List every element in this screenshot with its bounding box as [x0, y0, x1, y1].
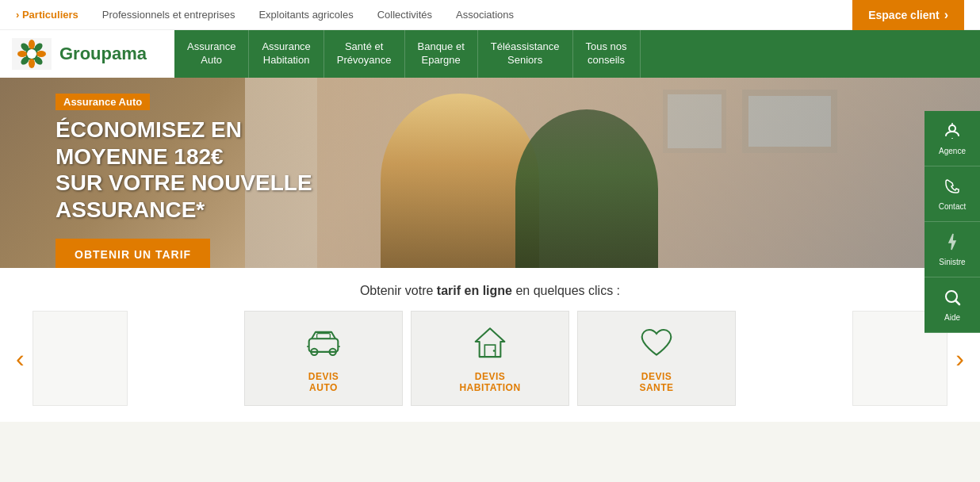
carousel-prev-button[interactable]: ‹ [8, 346, 33, 371]
main-navigation: Groupama Assurance Auto Assurance Habita… [0, 30, 980, 78]
side-panel: Agence Contact Sinistre Aide [924, 111, 980, 333]
hero-cta-button[interactable]: OBTENIR UN TARIF [56, 239, 210, 268]
carousel-item-habitation[interactable]: DEVIS HABITATION [411, 311, 569, 406]
agence-label: Agence [939, 147, 966, 155]
espace-client-button[interactable]: Espace client [852, 0, 964, 30]
nav-teleassistance[interactable]: Téléassistance Seniors [478, 30, 573, 78]
quote-title-bold: tarif en ligne [437, 284, 512, 297]
hero-banner: Assurance Auto ÉCONOMISEZ EN MOYENNE 182… [0, 78, 980, 268]
house-icon [470, 323, 510, 363]
hero-title: ÉCONOMISEZ EN MOYENNE 182€ SUR VOTRE NOU… [56, 117, 357, 223]
contact-icon [943, 177, 962, 199]
sinistre-icon [943, 232, 962, 254]
side-agence-button[interactable]: Agence [924, 111, 980, 166]
quote-title: Obtenir votre tarif en ligne en quelques… [0, 284, 980, 298]
hero-content: Assurance Auto ÉCONOMISEZ EN MOYENNE 182… [56, 94, 357, 268]
aide-label: Aide [944, 313, 960, 322]
contact-label: Contact [939, 202, 966, 211]
logo-text: Groupama [59, 44, 147, 64]
carousel-item-auto-label: DEVIS AUTO [308, 371, 339, 393]
aide-icon [943, 288, 962, 310]
nav-collectivites[interactable]: Collectivités [377, 9, 432, 21]
nav-assurance-auto[interactable]: Assurance Auto [174, 30, 249, 78]
svg-rect-14 [309, 339, 339, 352]
side-contact-button[interactable]: Contact [924, 166, 980, 222]
nav-particuliers[interactable]: Particuliers [16, 9, 78, 21]
quote-section: Obtenir votre tarif en ligne en quelques… [0, 268, 980, 422]
groupama-logo-icon [12, 38, 52, 70]
quote-title-prefix: Obtenir votre [360, 284, 437, 297]
carousel-items: DEVIS AUTO DEVIS HABITATION DEVIS SANTE [128, 311, 853, 406]
svg-point-21 [493, 350, 496, 352]
nav-associations[interactable]: Associations [456, 9, 514, 21]
carousel-ghost-left [33, 311, 128, 406]
quote-title-suffix: en quelques clics : [512, 284, 620, 297]
nav-sante-prevoyance[interactable]: Santé et Prévoyance [324, 30, 405, 78]
car-icon [304, 323, 343, 363]
nav-exploitants[interactable]: Exploitants agricoles [258, 9, 353, 21]
nav-banque-epargne[interactable]: Banque et Epargne [405, 30, 478, 78]
svg-point-8 [17, 51, 27, 57]
logo-area[interactable]: Groupama [0, 30, 174, 78]
carousel-item-sante-label: DEVIS SANTE [639, 371, 673, 393]
side-aide-button[interactable]: Aide [924, 277, 980, 333]
svg-point-4 [36, 51, 46, 57]
nav-assurance-habitation[interactable]: Assurance Habitation [249, 30, 323, 78]
hero-person-2 [515, 109, 658, 268]
carousel-next-button[interactable]: › [947, 346, 972, 371]
svg-point-2 [29, 40, 35, 49]
svg-point-10 [27, 49, 36, 59]
sinistre-label: Sinistre [939, 258, 965, 266]
carousel-item-habitation-label: DEVIS HABITATION [459, 371, 520, 393]
svg-point-6 [29, 59, 35, 68]
carousel-item-auto[interactable]: DEVIS AUTO [244, 311, 403, 406]
nav-professionnels[interactable]: Professionnels et entreprises [102, 9, 235, 21]
side-sinistre-button[interactable]: Sinistre [924, 222, 980, 277]
svg-line-13 [955, 300, 959, 304]
carousel-item-sante[interactable]: DEVIS SANTE [577, 311, 736, 406]
heart-icon [637, 323, 676, 363]
agence-icon [943, 121, 962, 143]
hero-badge: Assurance Auto [56, 94, 150, 110]
quote-carousel: ‹ DEVIS AUTO [0, 311, 980, 414]
top-navigation: Particuliers Professionnels et entrepris… [0, 0, 980, 30]
main-nav-items: Assurance Auto Assurance Habitation Sant… [174, 30, 980, 78]
svg-point-11 [949, 125, 955, 132]
nav-conseils[interactable]: Tous nos conseils [573, 30, 641, 78]
